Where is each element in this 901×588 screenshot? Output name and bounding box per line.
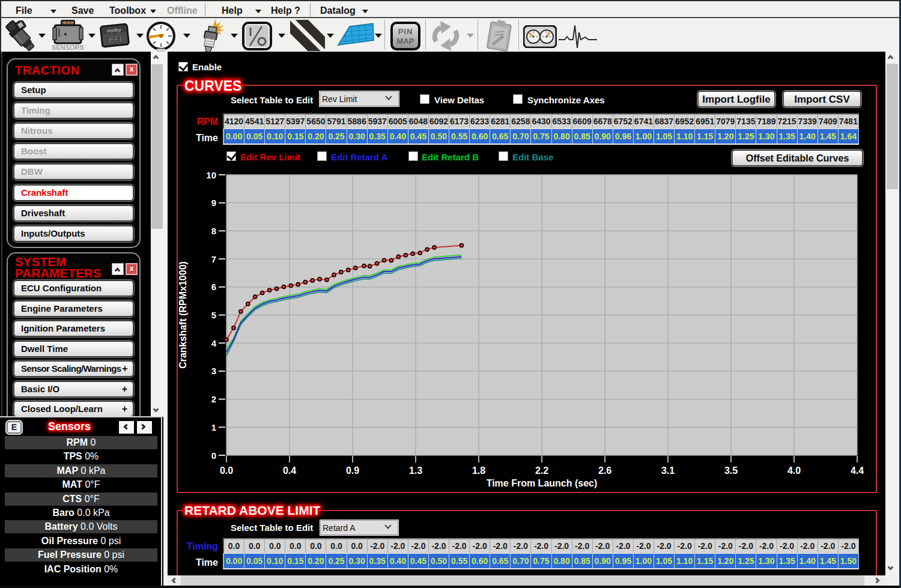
svg-text:2.2: 2.2 <box>535 465 548 476</box>
svg-text:3: 3 <box>211 366 216 376</box>
svg-text:0: 0 <box>211 450 216 461</box>
svg-text:2: 2 <box>211 394 216 404</box>
svg-text:0.0: 0.0 <box>220 465 233 476</box>
svg-text:1: 1 <box>211 422 216 432</box>
svg-text:9: 9 <box>211 198 216 208</box>
svg-text:10: 10 <box>206 170 216 180</box>
svg-text:7: 7 <box>211 254 216 264</box>
svg-text:3.1: 3.1 <box>661 465 675 476</box>
svg-text:8: 8 <box>211 226 216 236</box>
svg-text:0.4: 0.4 <box>283 465 296 476</box>
svg-text:MAP: MAP <box>397 37 414 46</box>
svg-text:Crankshaft (RPMx1000): Crankshaft (RPMx1000) <box>178 261 188 369</box>
svg-text:1.3: 1.3 <box>409 465 422 476</box>
svg-text:PIN: PIN <box>398 27 413 36</box>
svg-text:Time From Launch (sec): Time From Launch (sec) <box>487 478 598 488</box>
svg-text:2.6: 2.6 <box>598 465 611 476</box>
svg-text:5: 5 <box>211 310 216 320</box>
svg-text:EFI: EFI <box>108 34 123 44</box>
svg-text:4.0: 4.0 <box>787 465 801 476</box>
svg-text:4.4: 4.4 <box>851 465 864 476</box>
svg-text:1.8: 1.8 <box>472 465 485 476</box>
svg-text:3.5: 3.5 <box>724 465 738 476</box>
svg-text:SENSORS: SENSORS <box>52 44 84 51</box>
svg-text:0.9: 0.9 <box>346 465 359 476</box>
svg-text:4: 4 <box>211 338 217 348</box>
svg-text:6: 6 <box>211 282 216 292</box>
